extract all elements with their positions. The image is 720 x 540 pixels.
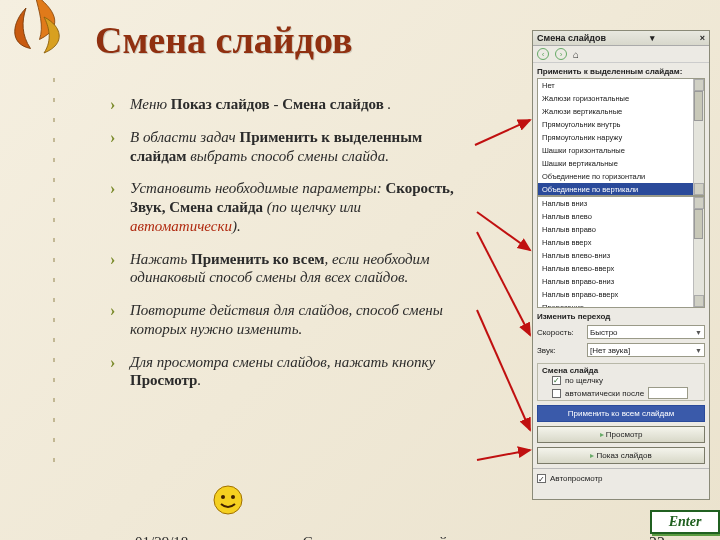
list-item[interactable]: Объединение по горизонтали (538, 170, 704, 183)
bullet-1: Меню Показ слайдов - Смена слайдов . (110, 95, 470, 114)
enter-button[interactable]: Enter (650, 510, 720, 534)
pane-section-modify: Изменить переход (533, 308, 709, 323)
bullet-4: Нажать Применить ко всем, если необходим… (110, 250, 470, 288)
slide-background: Смена слайдов Меню Показ слайдов - Смена… (0, 0, 720, 540)
text: Повторите действия для слайдов, способ с… (130, 302, 443, 337)
list-item[interactable]: Прорезание (538, 301, 704, 308)
text: . (197, 372, 201, 388)
on-click-checkbox[interactable]: ✓ по щелчку (538, 375, 704, 386)
transition-list-2[interactable]: Наплыв вниз Наплыв влево Наплыв вправо Н… (537, 196, 705, 308)
auto-after-checkbox[interactable]: автоматически после (538, 386, 704, 400)
sound-combo[interactable]: [Нет звука] ▼ (587, 343, 705, 357)
checkbox-icon: ✓ (552, 376, 561, 385)
smiley-icon (210, 482, 246, 518)
footer-caption: Создание презентаций (275, 534, 475, 540)
list-item[interactable]: Наплыв вверх (538, 236, 704, 249)
autopreview-checkbox[interactable]: ✓ Автопросмотр (533, 472, 709, 485)
pane-dropdown-icon[interactable]: ▾ (650, 33, 655, 43)
svg-line-3 (477, 310, 530, 430)
svg-point-5 (214, 486, 242, 514)
auto-time-spinner[interactable] (648, 387, 688, 399)
scroll-thumb[interactable] (694, 209, 703, 239)
text: (по щелчку или (263, 199, 361, 215)
list-item[interactable]: Наплыв влево-вниз (538, 249, 704, 262)
dotted-divider (50, 70, 58, 470)
apply-all-button[interactable]: Применить ко всем слайдам (537, 405, 705, 422)
checkbox-label: Автопросмотр (550, 474, 603, 483)
footer-date: 01/29/18 (135, 534, 188, 540)
list-item[interactable]: Наплыв вправо-вверх (538, 288, 704, 301)
forward-icon[interactable]: › (555, 48, 567, 60)
scrollbar[interactable] (693, 79, 704, 195)
text: Установить необходимые параметры: (130, 180, 385, 196)
speed-value: Быстро (590, 328, 618, 337)
list-item[interactable]: Наплыв влево (538, 210, 704, 223)
bold-text: Просмотр (130, 372, 197, 388)
text: . (384, 96, 392, 112)
svg-point-6 (221, 495, 225, 499)
svg-point-7 (231, 495, 235, 499)
pane-title-text: Смена слайдов (537, 33, 606, 43)
footer-page-number: 22 (649, 534, 665, 540)
group-legend: Смена слайда (538, 364, 704, 375)
text: Для просмотра смены слайдов, нажать кноп… (130, 354, 435, 370)
checkbox-icon: ✓ (537, 474, 546, 483)
checkbox-label: по щелчку (565, 376, 603, 385)
sound-label: Звук: (537, 346, 583, 355)
preview-button[interactable]: Просмотр (537, 426, 705, 443)
chevron-down-icon: ▼ (695, 329, 702, 336)
pane-toolbar: ‹ › ⌂ (533, 46, 709, 63)
pane-section-apply: Применить к выделенным слайдам: (533, 63, 709, 78)
speed-label: Скорость: (537, 328, 583, 337)
list-item[interactable]: Наплыв вниз (538, 197, 704, 210)
list-item[interactable]: Шашки горизонтальные (538, 144, 704, 157)
bullet-3: Установить необходимые параметры: Скорос… (110, 179, 470, 235)
text: Меню (130, 96, 171, 112)
text: В области задач (130, 129, 240, 145)
transition-list-1[interactable]: Нет Жалюзи горизонтальные Жалюзи вертика… (537, 78, 705, 196)
bold-text: Показ слайдов (171, 96, 270, 112)
svg-line-1 (477, 212, 530, 250)
list-item[interactable]: Жалюзи вертикальные (538, 105, 704, 118)
text: выбрать способ смены слайда. (187, 148, 389, 164)
scroll-thumb[interactable] (694, 91, 703, 121)
slide-title: Смена слайдов (95, 18, 352, 62)
chevron-down-icon: ▼ (695, 347, 702, 354)
list-item-selected[interactable]: Объединение по вертикали (538, 183, 704, 196)
list-item[interactable]: Наплыв влево-вверх (538, 262, 704, 275)
list-item[interactable]: Наплыв вправо-вниз (538, 275, 704, 288)
home-icon[interactable]: ⌂ (573, 49, 579, 60)
sound-value: [Нет звука] (590, 346, 630, 355)
bullet-5: Повторите действия для слайдов, способ с… (110, 301, 470, 339)
scrollbar[interactable] (693, 197, 704, 307)
task-pane: Смена слайдов ▾ × ‹ › ⌂ Применить к выде… (532, 30, 710, 500)
checkbox-label: автоматически после (565, 389, 644, 398)
list-item[interactable]: Наплыв вправо (538, 223, 704, 236)
close-icon[interactable]: × (700, 33, 705, 43)
svg-line-4 (477, 450, 530, 460)
text: Нажать (130, 251, 191, 267)
back-icon[interactable]: ‹ (537, 48, 549, 60)
bold-text: Применить ко всем (191, 251, 325, 267)
list-item[interactable]: Прямоугольник наружу (538, 131, 704, 144)
list-item[interactable]: Нет (538, 79, 704, 92)
speed-row: Скорость: Быстро ▼ (533, 323, 709, 341)
advance-group: Смена слайда ✓ по щелчку автоматически п… (537, 363, 705, 401)
leaf-decoration (0, 0, 80, 80)
text: - (270, 96, 283, 112)
bullet-6: Для просмотра смены слайдов, нажать кноп… (110, 353, 470, 391)
bold-text: Смена слайдов (282, 96, 384, 112)
pane-titlebar: Смена слайдов ▾ × (533, 31, 709, 46)
highlight-text: автоматически (130, 218, 232, 234)
svg-line-0 (475, 120, 530, 145)
content-area: Меню Показ слайдов - Смена слайдов . В о… (110, 95, 470, 404)
slideshow-button[interactable]: Показ слайдов (537, 447, 705, 464)
svg-line-2 (477, 232, 530, 335)
list-item[interactable]: Шашки вертикальные (538, 157, 704, 170)
checkbox-icon (552, 389, 561, 398)
text: ). (232, 218, 241, 234)
speed-combo[interactable]: Быстро ▼ (587, 325, 705, 339)
list-item[interactable]: Прямоугольник внутрь (538, 118, 704, 131)
bullet-2: В области задач Применить к выделенным с… (110, 128, 470, 166)
list-item[interactable]: Жалюзи горизонтальные (538, 92, 704, 105)
